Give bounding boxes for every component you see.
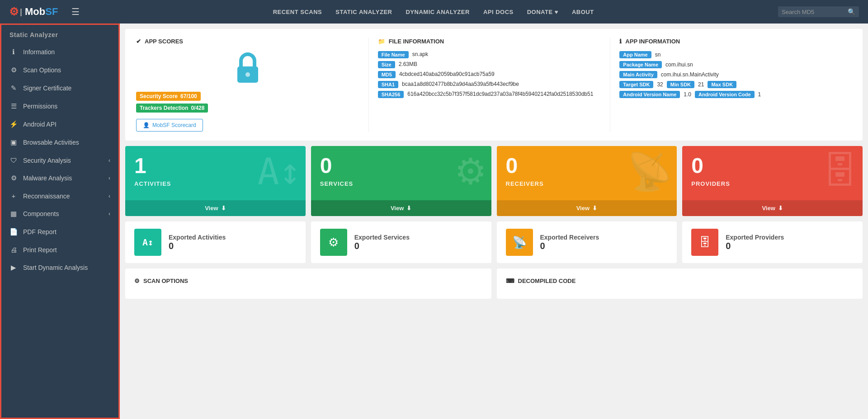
nav-api-docs[interactable]: API DOCS — [483, 9, 514, 15]
exported-activities-card: A↕ Exported Activities 0 — [125, 221, 306, 263]
components-icon: ▦ — [9, 210, 18, 218]
down-arrow-icon: ⬇ — [592, 205, 597, 212]
play-icon: ▶ — [9, 264, 18, 272]
exported-receivers-card: 📡 Exported Receivers 0 — [497, 221, 677, 263]
svg-point-1 — [245, 72, 250, 77]
arrow-icon: ‹ — [108, 193, 110, 199]
sidebar-item-label: Permissions — [23, 103, 57, 110]
receivers-icon: 📡 — [627, 151, 672, 193]
sidebar-item-malware-analysis[interactable]: ⚙ Malware Analysis ‹ — [1, 169, 118, 187]
down-arrow-icon: ⬇ — [406, 205, 411, 212]
search-input[interactable] — [782, 9, 845, 15]
sidebar-item-browsable[interactable]: ▣ Browsable Activities — [1, 133, 118, 151]
min-sdk-badge: Min SDK — [667, 81, 694, 88]
app-name-badge: App Name — [619, 51, 651, 58]
exported-receivers-icon: 📡 — [506, 229, 533, 256]
search-icon[interactable]: 🔍 — [848, 8, 855, 15]
exported-activities-title: Exported Activities — [169, 234, 226, 241]
brand-logo[interactable]: ⚙ | MobSF — [9, 5, 58, 18]
sha256-badge: SHA256 — [378, 91, 404, 98]
grid-icon: ▣ — [9, 138, 18, 146]
target-sdk-badge: Target SDK — [619, 81, 653, 88]
package-name-badge: Package Name — [619, 61, 662, 68]
sidebar-item-signer-cert[interactable]: ✎ Signer Certificate — [1, 79, 118, 97]
sidebar-item-reconnaissance[interactable]: + Reconnaissance ‹ — [1, 187, 118, 205]
package-name-row: Package Name com.ihui.sn — [619, 61, 843, 68]
sidebar-item-label: Android API — [23, 121, 57, 128]
sidebar-item-security-analysis[interactable]: 🛡 Security Analysis ‹ — [1, 151, 118, 169]
providers-view-button[interactable]: View ⬇ — [682, 200, 863, 216]
services-count: 0 — [320, 155, 354, 177]
android-version-name-badge: Android Version Name — [619, 91, 680, 98]
exported-providers-count: 0 — [726, 241, 784, 251]
decompiled-code-card: ⌨ DECOMPILED CODE — [497, 268, 863, 299]
services-icon: ⚙ — [454, 151, 487, 193]
file-name-value: sn.apk — [412, 51, 428, 57]
gear-icon: ⚙ — [9, 66, 18, 74]
exported-services-title: Exported Services — [354, 234, 410, 241]
app-scores-section: ✔ APP SCORES Security Score 67/100 — [136, 38, 369, 132]
info-icon: ℹ — [9, 48, 18, 56]
scorecard-button[interactable]: 👤 MobSF Scorecard — [136, 119, 203, 132]
main-activity-row: Main Activity com.ihui.sn.MainActivity — [619, 71, 843, 78]
top-info-row: ✔ APP SCORES Security Score 67/100 — [125, 29, 863, 141]
version-row: Android Version Name 1.0 Android Version… — [619, 91, 843, 98]
sidebar-item-scan-options[interactable]: ⚙ Scan Options — [1, 61, 118, 79]
brand-separator: | — [20, 7, 22, 17]
print-icon: 🖨 — [9, 246, 18, 254]
receivers-view-button[interactable]: View ⬇ — [497, 200, 677, 216]
services-view-button[interactable]: View ⬇ — [311, 200, 491, 216]
nav-dynamic-analyzer[interactable]: DYNAMIC ANALYZER — [406, 9, 469, 15]
exported-activities-count: 0 — [169, 241, 226, 251]
sidebar-item-android-api[interactable]: ⚡ Android API — [1, 115, 118, 133]
sidebar-item-information[interactable]: ℹ Information — [1, 43, 118, 61]
brand-sf: SF — [45, 6, 58, 18]
info-circle-icon: ℹ — [619, 38, 622, 45]
activities-view-button[interactable]: View ⬇ — [125, 200, 306, 216]
search-box: 🔍 — [778, 6, 859, 17]
main-activity-badge: Main Activity — [619, 71, 657, 78]
exported-providers-title: Exported Providers — [726, 234, 784, 241]
exported-receivers-title: Exported Receivers — [540, 234, 599, 241]
exported-receivers-count: 0 — [540, 241, 599, 251]
navbar: ⚙ | MobSF ☰ RECENT SCANS STATIC ANALYZER… — [0, 0, 868, 24]
stat-card-services: 0 SERVICES ⚙ View ⬇ — [311, 146, 491, 216]
stat-card-top-activities: 1 ACTIVITIES A↕ — [125, 146, 306, 200]
arrow-icon: ‹ — [108, 211, 110, 217]
max-sdk-badge: Max SDK — [708, 81, 736, 88]
sidebar-item-start-dynamic[interactable]: ▶ Start Dynamic Analysis — [1, 259, 118, 277]
sidebar-item-components[interactable]: ▦ Components ‹ — [1, 205, 118, 223]
sidebar-item-label: Print Report — [23, 246, 57, 254]
sidebar-item-pdf-report[interactable]: 📄 PDF Report — [1, 223, 118, 241]
receivers-count: 0 — [506, 155, 544, 177]
user-icon: 👤 — [143, 122, 150, 128]
shield-icon: 🛡 — [9, 156, 18, 164]
exported-providers-info: Exported Providers 0 — [726, 234, 784, 251]
sidebar: Static Analyzer ℹ Information ⚙ Scan Opt… — [0, 24, 120, 419]
main-layout: Static Analyzer ℹ Information ⚙ Scan Opt… — [0, 24, 868, 419]
scan-options-card: ⚙ SCAN OPTIONS — [125, 268, 491, 299]
hamburger-icon[interactable]: ☰ — [71, 6, 80, 17]
exported-providers-card: 🗄 Exported Providers 0 — [682, 221, 863, 263]
android-version-code-value: 1 — [758, 91, 761, 98]
sidebar-item-permissions[interactable]: ☰ Permissions — [1, 97, 118, 115]
nav-static-analyzer[interactable]: STATIC ANALYZER — [335, 9, 392, 15]
gear-icon: ⚙ — [134, 278, 140, 284]
sidebar-item-print-report[interactable]: 🖨 Print Report — [1, 241, 118, 259]
nav-about[interactable]: ABOUT — [572, 9, 594, 15]
android-version-code-badge: Android Version Code — [695, 91, 755, 98]
check-icon: ✔ — [136, 38, 141, 45]
decompiled-code-title: ⌨ DECOMPILED CODE — [506, 278, 854, 284]
app-scores-title: ✔ APP SCORES — [136, 38, 359, 45]
list-icon: ☰ — [9, 102, 18, 110]
nav-recent-scans[interactable]: RECENT SCANS — [273, 9, 322, 15]
nav-donate[interactable]: DONATE ♥ — [527, 9, 558, 15]
recon-icon: + — [9, 192, 18, 200]
target-sdk-value: 32 — [657, 81, 663, 88]
brand-m-icon: ⚙ — [9, 5, 19, 18]
exported-row: A↕ Exported Activities 0 ⚙ Exported Serv… — [125, 221, 863, 263]
sidebar-item-label: Malware Analysis — [23, 174, 72, 182]
providers-label: PROVIDERS — [691, 180, 730, 187]
sidebar-item-label: Start Dynamic Analysis — [23, 264, 88, 271]
services-label: SERVICES — [320, 180, 354, 187]
